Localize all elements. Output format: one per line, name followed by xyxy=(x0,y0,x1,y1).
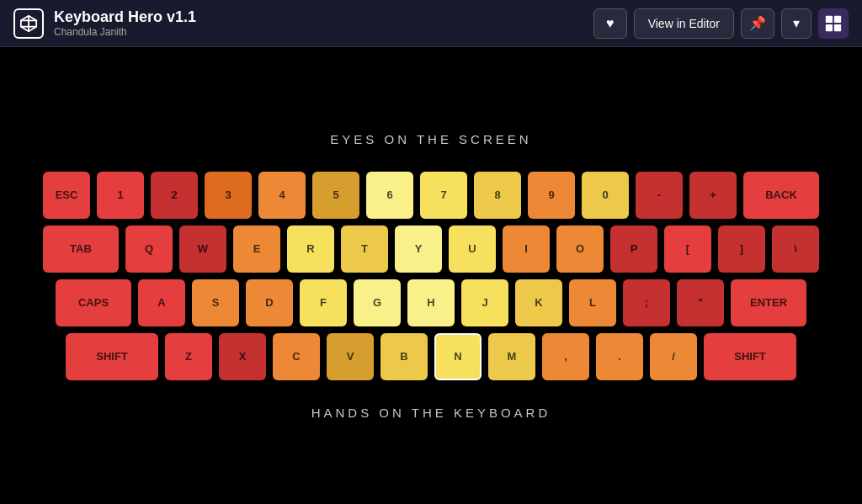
key-back[interactable]: BACK xyxy=(743,172,819,219)
key-6[interactable]: 6 xyxy=(366,172,413,219)
tagline-bottom: HANDS ON THE KEYBOARD xyxy=(311,406,551,420)
key-w[interactable]: W xyxy=(179,225,226,273)
key-enter[interactable]: ENTER xyxy=(731,279,806,326)
avatar[interactable] xyxy=(818,8,849,39)
tagline-top: EYES ON THE SCREEN xyxy=(330,132,531,146)
key-h[interactable]: H xyxy=(407,279,455,326)
key--[interactable]: , xyxy=(542,333,589,380)
key-tab[interactable]: TAB xyxy=(43,225,119,273)
dropdown-button[interactable]: ▾ xyxy=(781,8,811,39)
key-3[interactable]: 3 xyxy=(205,172,252,219)
key-d[interactable]: D xyxy=(246,279,293,326)
header-left: Keyboard Hero v1.1 Chandula Janith xyxy=(13,8,196,39)
view-in-editor-button[interactable]: View in Editor xyxy=(634,8,734,39)
key-shift[interactable]: SHIFT xyxy=(66,333,158,380)
key-q[interactable]: Q xyxy=(125,225,173,273)
key-c[interactable]: C xyxy=(273,333,320,380)
main-content: EYES ON THE SCREEN ESC1234567890-+BACKTA… xyxy=(0,47,862,504)
key-l[interactable]: L xyxy=(569,279,616,326)
key-e[interactable]: E xyxy=(233,225,280,273)
svg-rect-7 xyxy=(834,24,841,30)
key-caps[interactable]: CAPS xyxy=(56,279,131,326)
app-title: Keyboard Hero v1.1 xyxy=(54,8,196,26)
key--[interactable]: " xyxy=(677,279,724,326)
key-7[interactable]: 7 xyxy=(420,172,467,219)
key-1[interactable]: 1 xyxy=(97,172,144,219)
key--[interactable]: . xyxy=(596,333,643,380)
key-0[interactable]: 0 xyxy=(582,172,629,219)
key-m[interactable]: M xyxy=(488,333,535,380)
svg-rect-4 xyxy=(826,15,833,22)
key-row-row2: TABQWERTYUIOP[]\ xyxy=(43,225,819,273)
key-a[interactable]: A xyxy=(138,279,185,326)
title-block: Keyboard Hero v1.1 Chandula Janith xyxy=(54,8,196,38)
key-p[interactable]: P xyxy=(610,225,657,273)
key-4[interactable]: 4 xyxy=(258,172,306,219)
key-r[interactable]: R xyxy=(287,225,334,273)
key-z[interactable]: Z xyxy=(165,333,212,380)
key-b[interactable]: B xyxy=(380,333,428,380)
header: Keyboard Hero v1.1 Chandula Janith ♥ Vie… xyxy=(0,0,862,47)
key-g[interactable]: G xyxy=(354,279,401,326)
app-subtitle: Chandula Janith xyxy=(54,26,196,38)
key-shift[interactable]: SHIFT xyxy=(704,333,796,380)
key-j[interactable]: J xyxy=(461,279,508,326)
svg-rect-6 xyxy=(826,24,833,30)
key-k[interactable]: K xyxy=(515,279,562,326)
key-y[interactable]: Y xyxy=(395,225,442,273)
key-i[interactable]: I xyxy=(503,225,550,273)
heart-button[interactable]: ♥ xyxy=(593,8,627,39)
key--[interactable]: - xyxy=(636,172,683,219)
key--[interactable]: / xyxy=(650,333,697,380)
key--[interactable]: + xyxy=(689,172,737,219)
key-9[interactable]: 9 xyxy=(528,172,575,219)
key--[interactable]: ; xyxy=(623,279,670,326)
header-right: ♥ View in Editor 📌 ▾ xyxy=(593,8,849,39)
key-s[interactable]: S xyxy=(192,279,239,326)
key-row-row1: ESC1234567890-+BACK xyxy=(43,172,819,219)
key-esc[interactable]: ESC xyxy=(43,172,90,219)
key-u[interactable]: U xyxy=(449,225,496,273)
logo-icon xyxy=(13,8,44,39)
key-f[interactable]: F xyxy=(300,279,347,326)
key-v[interactable]: V xyxy=(327,333,374,380)
svg-rect-5 xyxy=(834,15,841,22)
key-n[interactable]: N xyxy=(434,333,482,380)
key-t[interactable]: T xyxy=(341,225,388,273)
key-5[interactable]: 5 xyxy=(312,172,359,219)
key--[interactable]: [ xyxy=(664,225,711,273)
pin-button[interactable]: 📌 xyxy=(741,8,774,39)
key--[interactable]: \ xyxy=(772,225,819,273)
key-o[interactable]: O xyxy=(556,225,604,273)
key-2[interactable]: 2 xyxy=(151,172,198,219)
key-row-row4: SHIFTZXCVBNM,./SHIFT xyxy=(43,333,819,380)
key-8[interactable]: 8 xyxy=(474,172,521,219)
key--[interactable]: ] xyxy=(718,225,765,273)
key-x[interactable]: X xyxy=(219,333,266,380)
key-row-row3: CAPSASDFGHJKL;"ENTER xyxy=(43,279,819,326)
keyboard: ESC1234567890-+BACKTABQWERTYUIOP[]\CAPSA… xyxy=(43,172,819,380)
